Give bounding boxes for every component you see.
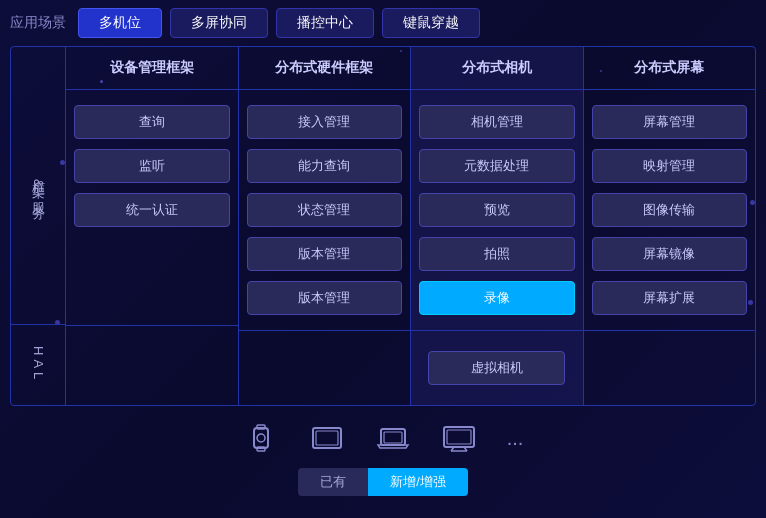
toggle-new[interactable]: 新增/增强 xyxy=(368,468,468,496)
main-container: 应用场景 多机位 多屏协同 播控中心 键鼠穿越 框架&服务 HAL 设备管理框架… xyxy=(0,0,766,518)
tab-multi-station[interactable]: 多机位 xyxy=(78,8,162,38)
svg-rect-0 xyxy=(254,428,268,448)
btn-record[interactable]: 录像 xyxy=(419,281,575,315)
device-laptop[interactable] xyxy=(375,420,411,456)
btn-query[interactable]: 查询 xyxy=(74,105,230,139)
device-tablet[interactable] xyxy=(309,420,345,456)
svg-rect-7 xyxy=(384,432,402,443)
col-distributed-hw-body: 接入管理 能力查询 状态管理 版本管理 版本管理 xyxy=(239,90,411,330)
laptop-icon xyxy=(375,420,411,456)
tab-multi-screen[interactable]: 多屏协同 xyxy=(170,8,268,38)
btn-unified-auth[interactable]: 统一认证 xyxy=(74,193,230,227)
svg-rect-9 xyxy=(447,430,471,444)
btn-mapping-mgmt[interactable]: 映射管理 xyxy=(592,149,748,183)
btn-camera-mgmt[interactable]: 相机管理 xyxy=(419,105,575,139)
device-more[interactable]: ... xyxy=(507,420,524,456)
btn-status-mgmt[interactable]: 状态管理 xyxy=(247,193,403,227)
col-distributed-hw-header: 分布式硬件框架 xyxy=(239,47,411,90)
col-distributed-hw-hal xyxy=(239,330,411,405)
btn-preview[interactable]: 预览 xyxy=(419,193,575,227)
col-device-mgmt: 设备管理框架 查询 监听 统一认证 xyxy=(66,47,239,405)
btn-virtual-camera[interactable]: 虚拟相机 xyxy=(428,351,565,385)
col-distributed-hw: 分布式硬件框架 接入管理 能力查询 状态管理 版本管理 版本管理 xyxy=(239,47,412,405)
btn-capture[interactable]: 拍照 xyxy=(419,237,575,271)
label-framework-services: 框架&服务 xyxy=(11,47,65,325)
device-tv[interactable] xyxy=(441,420,477,456)
tablet-icon xyxy=(309,420,345,456)
left-labels: 框架&服务 HAL xyxy=(11,47,66,405)
col-distributed-camera-body: 相机管理 元数据处理 预览 拍照 录像 xyxy=(411,90,583,330)
content-area: 框架&服务 HAL 设备管理框架 查询 监听 统一认证 分布式硬件框架 xyxy=(10,46,756,406)
label-hal: HAL xyxy=(11,325,65,405)
btn-capability-query[interactable]: 能力查询 xyxy=(247,149,403,183)
col-device-mgmt-hal xyxy=(66,325,238,405)
device-row: ... xyxy=(243,412,524,464)
btn-screen-extend[interactable]: 屏幕扩展 xyxy=(592,281,748,315)
col-distributed-screen-hal xyxy=(584,330,756,405)
col-distributed-camera-hal: 虚拟相机 xyxy=(411,330,583,405)
tab-broadcast[interactable]: 播控中心 xyxy=(276,8,374,38)
device-watch[interactable] xyxy=(243,420,279,456)
btn-version-mgmt-2[interactable]: 版本管理 xyxy=(247,281,403,315)
btn-access-mgmt[interactable]: 接入管理 xyxy=(247,105,403,139)
tab-keyboard[interactable]: 键鼠穿越 xyxy=(382,8,480,38)
btn-monitor[interactable]: 监听 xyxy=(74,149,230,183)
col-device-mgmt-header: 设备管理框架 xyxy=(66,47,238,90)
col-device-mgmt-body: 查询 监听 统一认证 xyxy=(66,90,238,325)
btn-screen-mgmt[interactable]: 屏幕管理 xyxy=(592,105,748,139)
btn-metadata[interactable]: 元数据处理 xyxy=(419,149,575,183)
svg-rect-5 xyxy=(316,431,338,445)
toggle-existing[interactable]: 已有 xyxy=(298,468,368,496)
bottom-section: ... 已有 新增/增强 xyxy=(0,412,766,496)
col-distributed-screen: 分布式屏幕 屏幕管理 映射管理 图像传输 屏幕镜像 屏幕扩展 xyxy=(584,47,756,405)
col-distributed-screen-body: 屏幕管理 映射管理 图像传输 屏幕镜像 屏幕扩展 xyxy=(584,90,756,330)
col-distributed-screen-header: 分布式屏幕 xyxy=(584,47,756,90)
top-nav: 应用场景 多机位 多屏协同 播控中心 键鼠穿越 xyxy=(0,0,766,46)
col-distributed-camera: 分布式相机 相机管理 元数据处理 预览 拍照 录像 虚拟相机 xyxy=(411,47,584,405)
toggle-row: 已有 新增/增强 xyxy=(298,468,468,496)
tv-icon xyxy=(441,420,477,456)
watch-icon xyxy=(243,420,279,456)
grid-area: 设备管理框架 查询 监听 统一认证 分布式硬件框架 接入管理 能力查询 状态管理… xyxy=(66,47,755,405)
col-distributed-camera-header: 分布式相机 xyxy=(411,47,583,90)
nav-label: 应用场景 xyxy=(10,14,66,32)
btn-version-mgmt-1[interactable]: 版本管理 xyxy=(247,237,403,271)
svg-point-3 xyxy=(257,434,265,442)
btn-screen-mirror[interactable]: 屏幕镜像 xyxy=(592,237,748,271)
btn-image-transfer[interactable]: 图像传输 xyxy=(592,193,748,227)
